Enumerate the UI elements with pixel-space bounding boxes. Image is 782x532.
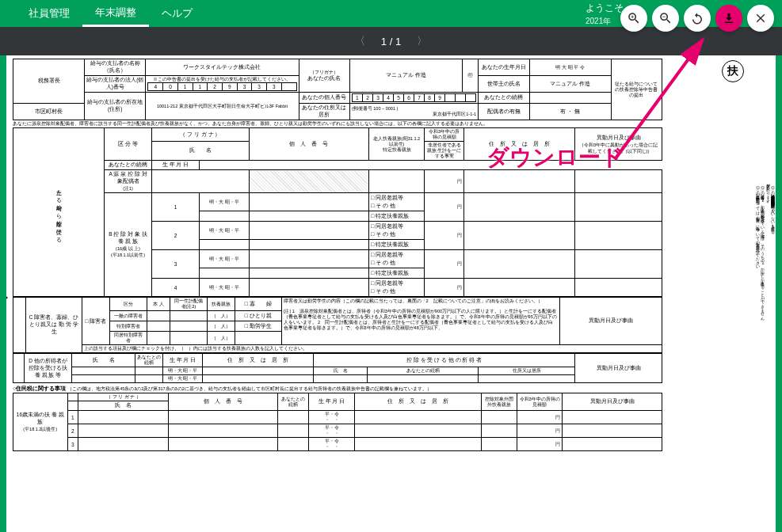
your-num-label: あなたの個人番号 bbox=[299, 93, 349, 104]
section-c-table: C 障害者、寡婦、ひとり親又は 勤 労 学 生 □ 障害者 区分 本 人 同一生… bbox=[13, 297, 662, 353]
welcome-text: ようこそ 2021年 bbox=[586, 2, 624, 27]
spouse-label: 配偶者の有無 bbox=[479, 104, 529, 120]
section-a-label: A 源 泉 控 除 対象配偶者 (注1) bbox=[105, 170, 152, 193]
your-addr-label: あなたの住所又は居所 bbox=[299, 104, 349, 120]
payer-name: ワークスタイルテック株式会社 bbox=[146, 59, 299, 76]
col-furigana: （ フ リ ガ ナ ） bbox=[152, 128, 250, 142]
birth-label: あなたの生年月日 bbox=[479, 59, 529, 76]
zoom-out-button[interactable] bbox=[652, 5, 679, 32]
close-icon bbox=[753, 11, 768, 25]
left-spine: 主たる給与から控除を受ける bbox=[13, 128, 105, 297]
svg-line-0 bbox=[616, 40, 703, 158]
rotate-button[interactable] bbox=[684, 5, 711, 32]
download-button[interactable] bbox=[715, 5, 742, 32]
rotate-icon bbox=[690, 11, 704, 25]
seal-placeholder: ㊞ bbox=[462, 59, 479, 93]
payer-addr-label: 給与の支払者の所在地(住所) bbox=[85, 93, 146, 120]
section-d-label: D 他の所得者が控除を受ける扶 養 親 族 等 bbox=[25, 354, 72, 383]
zoom-in-button[interactable] bbox=[620, 5, 647, 32]
header-table: 税務署長 給与の支払者の名称（氏名） ワークスタイルテック株式会社 （フリガナ）… bbox=[13, 59, 662, 120]
relation-value bbox=[529, 93, 611, 104]
col-relation: あなたとの続柄 bbox=[105, 161, 152, 170]
head-name-label: 世帯主の氏名 bbox=[479, 76, 529, 93]
download-callout: ダウンロード bbox=[486, 142, 624, 173]
payer-name-label: 給与の支払者の名称（氏名） bbox=[85, 59, 146, 76]
spouse-value: 有 ・ 無 bbox=[529, 104, 611, 120]
col-name: 氏 名 bbox=[152, 142, 250, 161]
section-b-label: B 控 除 対 象 扶 養 親 族 (16歳 以 上) (平18.1.1以前生) bbox=[105, 193, 152, 297]
your-addr: (郵便番号 100 − 0001 ) 東京都千代田区1-1-1 bbox=[349, 104, 478, 120]
birth-value: 明 大 昭 平 令 bbox=[529, 59, 611, 76]
margin-marker-icon bbox=[6, 293, 8, 302]
juminzei-header: ○住民税に関する事項 （この欄は、地方税法第45条の3の2及び第317条の3の2… bbox=[13, 385, 662, 393]
city-cell: 市区町村長 bbox=[13, 104, 85, 120]
zoom-out-icon bbox=[658, 11, 673, 25]
head-name: マニュアル 作造 bbox=[529, 76, 611, 93]
col-income: 令和3年中の所得の見積額 bbox=[425, 128, 464, 142]
payer-num-label: 給与の支払者の法人(個人)番号 bbox=[85, 76, 146, 93]
prev-page-button[interactable]: 〈 bbox=[355, 34, 365, 48]
close-button[interactable] bbox=[747, 5, 774, 32]
next-page-button[interactable]: 〉 bbox=[417, 34, 427, 48]
page-indicator: 1 / 1 bbox=[381, 36, 401, 48]
relation-label: あなたとの続柄 bbox=[479, 93, 529, 104]
your-name: マニュアル 作造 bbox=[349, 59, 462, 93]
col-hijikyo: 非居住者である親族 生計を一にする事実 bbox=[425, 142, 464, 161]
col-birth: 生 年 月 日 bbox=[152, 161, 200, 170]
nav-help[interactable]: ヘルプ bbox=[149, 2, 205, 25]
section-d-table: D 他の所得者が控除を受ける扶 養 親 族 等 氏 名 あなたとの続柄 生 年 … bbox=[13, 353, 662, 383]
toolbar-icons bbox=[620, 5, 774, 32]
nav-yearend[interactable]: 年末調整 bbox=[82, 1, 149, 27]
notice-line: あなたに源泉控除対象配偶者、障害者に該当する同一生計配偶者及び扶養親族がなく、か… bbox=[13, 121, 662, 127]
payer-num: ※この申告書の提出を受けた給与の支払者が記載してください。 401129333 bbox=[146, 76, 299, 93]
col-idou-c: 異動月日及び事由 bbox=[560, 298, 662, 345]
zoom-in-icon bbox=[627, 11, 641, 25]
your-name-label: （フリガナ） あなたの氏名 bbox=[299, 59, 349, 93]
download-icon bbox=[722, 11, 736, 25]
stamp-fu: 扶 bbox=[722, 60, 744, 82]
payer-addr: 10011-212 東京都千代田区大手町朝日生命大手町ビル3F Fabbit bbox=[146, 93, 299, 120]
juminzei-table: 16歳未満の扶 養 親 族 (平18.1.2以後生) （ フ リ ガ ナ ） 個… bbox=[13, 393, 662, 451]
col-rouzin: 老人扶養親族(昭31.1.2以前生) 特定扶養親族 bbox=[369, 128, 425, 161]
side-notes: ◎この申告書の記載に当たっては、裏面の「1 申告についての注意」等をお読みくださ… bbox=[755, 182, 771, 483]
callout-arrow-icon bbox=[608, 32, 719, 166]
tax-office-cell: 税務署長 bbox=[13, 59, 85, 104]
your-num: 123456789 bbox=[349, 93, 478, 104]
col-kojin: 個 人 番 号 bbox=[249, 128, 368, 161]
nav-employee[interactable]: 社員管理 bbox=[16, 2, 82, 25]
col-kubun: 区 分 等 bbox=[105, 128, 152, 161]
section-c-label: C 障害者、寡婦、ひとり親又は 勤 労 学 生 bbox=[26, 298, 82, 353]
